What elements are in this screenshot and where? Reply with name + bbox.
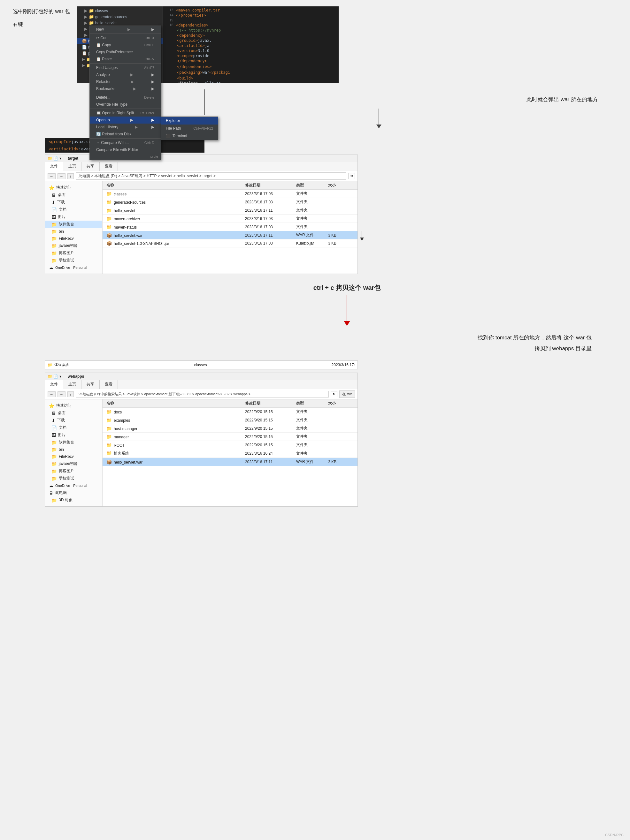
cm-copy[interactable]: 📋 CopyCtrl+C <box>90 41 161 49</box>
sidebar-docs[interactable]: 📄 文档 <box>45 206 102 213</box>
file-row-generated[interactable]: 📁generated-sources 2023/3/16 17:03 文件夹 <box>103 198 358 206</box>
file-row-maven-status[interactable]: 📁maven-status 2023/3/16 17:03 文件夹 <box>103 223 358 231</box>
cm-reload[interactable]: 🔃 Reload from Disk <box>90 131 161 137</box>
tab-share-3[interactable]: 共享 <box>81 380 100 389</box>
file-row-maven-archiver[interactable]: 📁maven-archiver 2023/3/16 17:03 文件夹 <box>103 215 358 223</box>
cm-bookmarks[interactable]: Bookmarks▶ <box>90 85 161 92</box>
sidebar-filerecv[interactable]: 📁 FileRecv <box>45 235 102 242</box>
cm-compare-with[interactable]: ↔ Compare With...Ctrl+D <box>90 139 161 146</box>
back-btn-3[interactable]: ← <box>47 392 55 397</box>
cm-open-right-split[interactable]: 🔲 Open in Right SplitRt+Enter <box>90 109 161 117</box>
sidebar-school-test[interactable]: 📁 学校测试 <box>45 257 102 264</box>
tree-item-generated[interactable]: ▶ 📁 generated-sources <box>77 14 163 20</box>
tab-view-3[interactable]: 查看 <box>100 380 118 389</box>
webapps-address-path[interactable]: '本地磁盘 (D:)'中的搜索结果 > Java软件 > apache-tomc… <box>76 391 329 398</box>
col-size-3: 大小 <box>328 401 354 406</box>
sidebar-blog-3[interactable]: 📁 博客图片 <box>45 467 102 475</box>
cm-analyze[interactable]: Analyze▶ <box>90 71 161 78</box>
file-row-classes[interactable]: 📁classes 2023/3/16 17:03 文件夹 <box>103 189 358 198</box>
sidebar-blog-pics[interactable]: 📁 博客图片 <box>45 249 102 257</box>
cm-cut[interactable]: ✂ CutCtrl+X <box>90 35 161 41</box>
up-btn[interactable]: ↑ <box>67 174 74 179</box>
pictures-icon: 🖼 <box>51 215 56 219</box>
school-icon: 📁 <box>51 258 57 263</box>
bin-icon: 📁 <box>51 229 57 234</box>
cm-copy-path[interactable]: Copy Path/Reference... <box>90 49 161 55</box>
partial-folder-icon: 📁 <box>47 363 52 367</box>
sm-terminal[interactable]: ⬛Terminal <box>161 132 218 140</box>
address-path[interactable]: 此电脑 > 本地磁盘 (D:) > JavaSE练习 > HTTP > serv… <box>76 172 347 180</box>
sidebar-software-3[interactable]: 📁 软件集合 <box>45 439 102 446</box>
sidebar-filerecv-3[interactable]: 📁 FileRecv <box>45 453 102 460</box>
sidebar-onedrive[interactable]: ☁ OneDrive - Personal <box>45 264 102 271</box>
refresh-btn[interactable]: ↻ <box>348 173 355 179</box>
code-line-build: <build> <box>163 76 339 81</box>
back-btn[interactable]: ← <box>47 174 55 179</box>
sidebar-quick-access[interactable]: ⭐ 快速访问 <box>45 184 102 191</box>
sidebar-quick-access-3[interactable]: ⭐ 快速访问 <box>45 402 102 409</box>
tab-home-3[interactable]: 主页 <box>63 380 81 389</box>
file-row-war[interactable]: 📦hello_servlet.war 2023/3/16 17:11 WAR 文… <box>103 231 358 240</box>
cm-compare-file[interactable]: Compare File with Editor <box>90 146 161 153</box>
red-arrow-head <box>344 321 350 326</box>
sidebar-javaee[interactable]: 📁 javaee初龄 <box>45 242 102 249</box>
sm-file-path[interactable]: File PathCtrl+Alt+F12 <box>161 125 218 132</box>
file-row-war-webapps[interactable]: 📦hello_servlet.war 2023/3/16 17:11 WAR 文… <box>103 458 358 466</box>
sm-explorer[interactable]: Explorer <box>161 117 218 125</box>
section1-annotation: 此时就会弹出 war 所在的地方 <box>527 96 598 103</box>
tree-item-hello-servlet-folder[interactable]: ▶ 📁 hello_servlet <box>77 20 163 26</box>
folder-icon-generated: 📁 <box>106 199 112 205</box>
sidebar-software[interactable]: 📁 软件集合 <box>45 221 102 228</box>
cm-delete[interactable]: Delete...Delete <box>90 94 161 101</box>
sidebar-pictures[interactable]: 🖼 图片 <box>45 213 102 221</box>
sidebar-pictures-3[interactable]: 🖼 图片 <box>45 431 102 439</box>
up-btn-3[interactable]: ↑ <box>67 392 74 397</box>
tab-file[interactable]: 文件 <box>45 162 63 171</box>
sidebar-desktop[interactable]: 🖥 桌面 <box>45 191 102 199</box>
sidebar-school-3[interactable]: 📁 学校测试 <box>45 475 102 482</box>
code-line-packaging: <packaging>war</packagi <box>163 70 339 75</box>
col-type-3: 类型 <box>296 401 328 406</box>
col-name: 名称 <box>106 183 245 188</box>
sidebar-bin[interactable]: 📁 bin <box>45 228 102 235</box>
tab-file-3[interactable]: 文件 <box>45 380 63 389</box>
sidebar-javaee-3[interactable]: 📁 javaee初龄 <box>45 460 102 467</box>
cm-paste[interactable]: 📋 PasteCtrl+V <box>90 55 161 63</box>
tree-item-classes[interactable]: ▶ 📁 classes <box>77 8 163 14</box>
onedrive-icon-3: ☁ <box>49 483 53 488</box>
refresh-btn-3[interactable]: ↻ <box>331 391 337 397</box>
file-row-hello-servlet[interactable]: 📁hello_servlet 2023/3/16 17:11 文件夹 <box>103 206 358 215</box>
file-row-docs[interactable]: 📁docs 2022/9/20 15:15 文件夹 <box>103 408 358 416</box>
file-row-root[interactable]: 📁ROOT 2022/9/20 15:15 文件夹 <box>103 441 358 449</box>
file-row-jar[interactable]: 📦hello_servlet-1.0-SNAPSHOT.jar 2023/3/1… <box>103 240 358 248</box>
cm-find-usages[interactable]: Find UsagesAlt+F7 <box>90 64 161 71</box>
cm-open-in[interactable]: Open In▶ Explorer File PathCtrl+Alt+F12 … <box>90 117 161 123</box>
cm-refactor[interactable]: Refactor▶ <box>90 78 161 85</box>
tab-share[interactable]: 共享 <box>81 162 100 171</box>
sidebar-onedrive-3[interactable]: ☁ OneDrive - Personal <box>45 482 102 489</box>
forward-btn-3[interactable]: → <box>57 392 65 397</box>
sidebar-bin-3[interactable]: 📁 bin <box>45 446 102 453</box>
cm-override-type[interactable]: Override File Type <box>90 101 161 108</box>
war-file-icon: 📦 <box>106 233 112 238</box>
file-row-host-manager[interactable]: 📁host-manager 2022/9/20 15:15 文件夹 <box>103 424 358 433</box>
partial-right: 2023/3/16 17: <box>332 363 355 367</box>
download-icon: ⬇ <box>51 200 55 205</box>
file-row-blog-sys[interactable]: 📁博客系统 2023/3/16 16:24 文件夹 <box>103 449 358 458</box>
tab-home[interactable]: 主页 <box>63 162 81 171</box>
file-row-examples[interactable]: 📁examples 2022/9/20 15:15 文件夹 <box>103 416 358 424</box>
sidebar-download[interactable]: ⬇ 下载 <box>45 199 102 206</box>
forward-btn[interactable]: → <box>57 174 65 179</box>
cm-new[interactable]: New▶ <box>90 26 161 33</box>
sidebar-3d[interactable]: 📁 3D 对象 <box>45 496 102 504</box>
bottom-partial-row: 📁 <Da 桌面 classes 2023/3/16 17: <box>45 360 358 369</box>
xml-icon: 📋 <box>82 51 87 55</box>
sidebar-desktop-3[interactable]: 🖥 桌面 <box>45 409 102 417</box>
sidebar-docs-3[interactable]: 📄 文档 <box>45 424 102 431</box>
sidebar-this-pc[interactable]: 🖥 此电脑 <box>45 489 102 496</box>
cm-local-history[interactable]: Local History▶ <box>90 123 161 131</box>
tab-view[interactable]: 查看 <box>100 162 118 171</box>
file-row-manager[interactable]: 📁manager 2022/9/20 15:15 文件夹 <box>103 433 358 441</box>
partial-right-text: 2023/3/16 17: <box>332 363 355 367</box>
sidebar-download-3[interactable]: ⬇ 下载 <box>45 417 102 424</box>
